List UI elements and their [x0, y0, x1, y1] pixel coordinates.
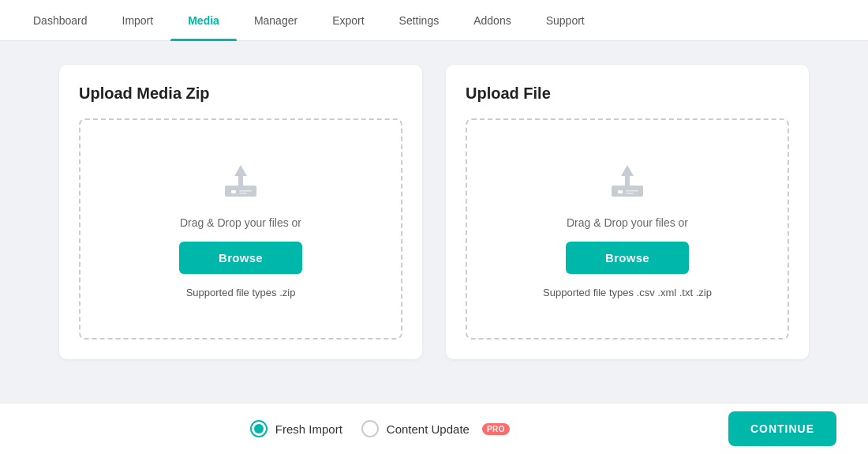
nav-settings[interactable]: Settings — [382, 0, 457, 41]
svg-rect-7 — [626, 190, 638, 192]
drag-text-media: Drag & Drop your files or — [180, 216, 301, 229]
upload-icon-file — [604, 160, 651, 204]
supported-text-media: Supported file types .zip — [186, 287, 296, 298]
svg-marker-9 — [621, 165, 634, 186]
content-update-option[interactable]: Content Update PRO — [361, 420, 510, 437]
pro-badge: PRO — [482, 423, 510, 435]
main-content: Upload Media Zip Drag & Drop your files … — [0, 41, 868, 383]
browse-button-media[interactable]: Browse — [179, 242, 302, 274]
svg-rect-3 — [239, 193, 247, 194]
svg-rect-2 — [239, 190, 252, 192]
nav-addons[interactable]: Addons — [456, 0, 528, 41]
browse-button-file[interactable]: Browse — [566, 242, 689, 274]
nav-export[interactable]: Export — [315, 0, 381, 41]
content-update-label: Content Update — [387, 422, 470, 436]
nav-support[interactable]: Support — [529, 0, 602, 41]
drag-text-file: Drag & Drop your files or — [567, 216, 688, 229]
upload-file-card: Upload File Drag & Drop your files or Br… — [446, 65, 809, 359]
nav-dashboard[interactable]: Dashboard — [16, 0, 105, 41]
svg-rect-6 — [618, 190, 623, 193]
card1-title: Upload Media Zip — [79, 84, 402, 103]
footer: Fresh Import Content Update PRO CONTINUE — [0, 403, 868, 454]
svg-rect-1 — [231, 190, 236, 193]
supported-text-file: Supported file types .csv .xml .txt .zip — [543, 287, 712, 298]
fresh-import-label: Fresh Import — [275, 422, 342, 436]
svg-rect-8 — [626, 193, 634, 194]
drop-zone-file[interactable]: Drag & Drop your files or Browse Support… — [466, 118, 789, 340]
fresh-import-radio[interactable] — [250, 420, 268, 437]
nav-manager[interactable]: Manager — [237, 0, 315, 41]
card2-title: Upload File — [466, 84, 789, 103]
svg-marker-4 — [234, 165, 247, 186]
upload-icon-media — [217, 160, 264, 204]
nav-media[interactable]: Media — [170, 0, 237, 41]
content-update-radio[interactable] — [361, 420, 379, 437]
continue-button[interactable]: CONTINUE — [728, 411, 836, 446]
fresh-import-option[interactable]: Fresh Import — [250, 420, 342, 437]
nav-bar: Dashboard Import Media Manager Export Se… — [0, 0, 868, 41]
import-options: Fresh Import Content Update PRO — [32, 420, 728, 437]
upload-media-zip-card: Upload Media Zip Drag & Drop your files … — [59, 65, 422, 359]
nav-import[interactable]: Import — [105, 0, 171, 41]
drop-zone-media[interactable]: Drag & Drop your files or Browse Support… — [79, 118, 402, 340]
